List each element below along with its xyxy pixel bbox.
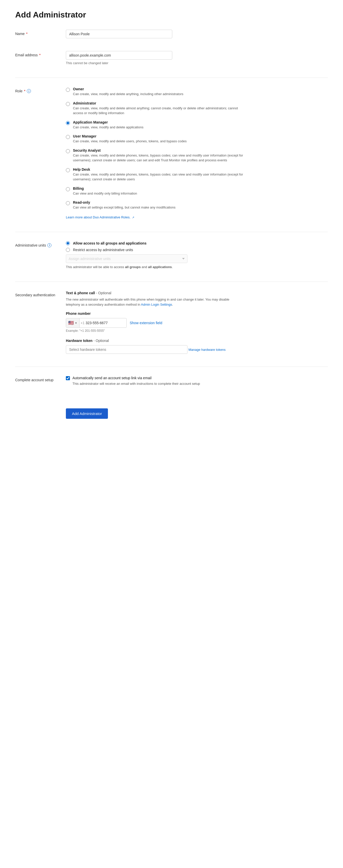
role-radio-billing[interactable] — [66, 187, 70, 191]
external-link-icon: ↗ — [132, 216, 134, 219]
admin-units-section: Administrative units i Allow access to a… — [15, 241, 328, 269]
role-label-wrap-billing: BillingCan view and modify only billing … — [73, 186, 137, 196]
hw-token-title: Hardware token - Optional — [66, 339, 243, 343]
phone-input-wrap: 🇺🇸 ▼ +1 Show extension field — [66, 318, 243, 328]
role-desc-help_desk: Can create, view, modify and delete phon… — [73, 172, 243, 182]
role-title-read_only[interactable]: Read-only — [73, 200, 90, 205]
admin-units-select-wrap: Assign administrative units — [66, 254, 243, 263]
secondary-auth-content: Text & phone call - Optional The new adm… — [66, 291, 243, 354]
role-title-user_manager[interactable]: User Manager — [73, 134, 97, 138]
secondary-auth-section: Secondary authentication Text & phone ca… — [15, 291, 328, 354]
role-title-administrator[interactable]: Administrator — [73, 101, 96, 105]
role-desc-application_manager: Can create, view, modify and delete appl… — [73, 125, 143, 130]
role-option-billing: BillingCan view and modify only billing … — [66, 186, 243, 196]
role-label-wrap-user_manager: User ManagerCan create, view, modify and… — [73, 134, 187, 144]
role-label: Role * i — [15, 87, 66, 93]
allow-all-radio[interactable] — [66, 241, 70, 245]
restrict-access-radio[interactable] — [66, 248, 70, 252]
role-info-icon[interactable]: i — [27, 89, 31, 93]
role-desc-administrator: Can create, view, modify and delete almo… — [73, 106, 243, 116]
admin-login-settings-link[interactable]: Admin Login Settings — [141, 303, 172, 306]
page-title: Add Administrator — [15, 10, 328, 20]
role-section: Role * i OwnerCan create, view, modify a… — [15, 87, 328, 219]
complete-setup-label: Complete account setup — [15, 376, 66, 382]
role-desc-billing: Can view and modify only billing informa… — [73, 191, 137, 196]
role-label-wrap-administrator: AdministratorCan create, view, modify an… — [73, 101, 243, 116]
phone-country-code: +1 — [79, 319, 85, 327]
role-radio-read_only[interactable] — [66, 201, 70, 205]
name-label: Name* — [15, 30, 66, 36]
phone-number-input[interactable] — [85, 319, 127, 327]
name-input[interactable] — [66, 30, 172, 38]
complete-setup-content: Automatically send an account setup link… — [66, 376, 243, 385]
role-desc-security_analyst: Can create, view, modify and delete phon… — [73, 153, 243, 163]
role-radio-group: OwnerCan create, view, modify and delete… — [66, 87, 243, 210]
admin-units-select[interactable]: Assign administrative units — [66, 254, 187, 263]
role-label-wrap-owner: OwnerCan create, view, modify and delete… — [73, 87, 183, 97]
complete-setup-note: This administrator will receive an email… — [72, 382, 243, 385]
allow-all-option: Allow access to all groups and applicati… — [66, 241, 243, 245]
name-field-wrap — [66, 30, 243, 38]
admin-units-content: Allow access to all groups and applicati… — [66, 241, 243, 269]
role-option-application_manager: Application ManagerCan create, view, mod… — [66, 120, 243, 130]
learn-more-roles-link[interactable]: Learn more about Duo Administrative Role… — [66, 215, 134, 219]
phone-section-title: Phone number — [66, 311, 243, 315]
restrict-access-label[interactable]: Restrict access by administrative units — [73, 248, 133, 252]
role-radio-administrator[interactable] — [66, 102, 70, 106]
role-label-wrap-application_manager: Application ManagerCan create, view, mod… — [73, 120, 143, 130]
email-hint: This cannot be changed later — [66, 61, 243, 65]
role-radio-security_analyst[interactable] — [66, 149, 70, 153]
show-extension-link[interactable]: Show extension field — [130, 321, 162, 325]
role-title-billing[interactable]: Billing — [73, 186, 84, 190]
country-chevron-icon: ▼ — [75, 322, 77, 324]
submit-section: Add Administrator — [66, 398, 328, 419]
auto-send-checkbox[interactable] — [66, 376, 70, 380]
role-radio-application_manager[interactable] — [66, 121, 70, 125]
role-option-owner: OwnerCan create, view, modify and delete… — [66, 87, 243, 97]
role-option-security_analyst: Security AnalystCan create, view, modify… — [66, 148, 243, 163]
phone-field: 🇺🇸 ▼ +1 — [66, 318, 127, 328]
flag-emoji: 🇺🇸 — [68, 320, 74, 326]
sec-auth-title: Text & phone call - Optional — [66, 291, 243, 295]
email-section: Email address* This cannot be changed la… — [15, 51, 328, 65]
admin-units-radio-group: Allow access to all groups and applicati… — [66, 241, 243, 252]
hardware-token-section: Hardware token - Optional Manage hardwar… — [66, 339, 243, 354]
role-label-wrap-read_only: Read-onlyCan view all settings except bi… — [73, 200, 176, 210]
manage-hardware-tokens-link[interactable]: Manage hardware tokens — [188, 348, 226, 351]
email-label: Email address* — [15, 51, 66, 57]
name-section: Name* — [15, 30, 328, 38]
allow-all-label[interactable]: Allow access to all groups and applicati… — [73, 241, 146, 245]
role-options: OwnerCan create, view, modify and delete… — [66, 87, 243, 219]
role-label-wrap-help_desk: Help DeskCan create, view, modify and de… — [73, 167, 243, 182]
role-desc-owner: Can create, view, modify and delete anyt… — [73, 92, 183, 97]
add-administrator-button[interactable]: Add Administrator — [66, 408, 108, 419]
admin-units-info-icon[interactable]: i — [47, 243, 52, 247]
hardware-token-input[interactable] — [66, 345, 187, 354]
role-title-owner[interactable]: Owner — [73, 87, 84, 91]
admin-units-label: Administrative units i — [15, 241, 66, 247]
role-radio-owner[interactable] — [66, 88, 70, 92]
role-radio-help_desk[interactable] — [66, 168, 70, 172]
admin-units-note: This administrator will be able to acces… — [66, 265, 243, 269]
role-option-read_only: Read-onlyCan view all settings except bi… — [66, 200, 243, 210]
role-desc-read_only: Can view all settings except billing, bu… — [73, 205, 176, 210]
complete-account-setup-section: Complete account setup Automatically sen… — [15, 376, 328, 385]
role-title-help_desk[interactable]: Help Desk — [73, 167, 90, 172]
role-option-user_manager: User ManagerCan create, view, modify and… — [66, 134, 243, 144]
sec-auth-description: The new administrator will authenticate … — [66, 297, 243, 308]
auto-send-label[interactable]: Automatically send an account setup link… — [72, 376, 151, 380]
restrict-access-option: Restrict access by administrative units — [66, 248, 243, 252]
secondary-auth-label: Secondary authentication — [15, 291, 66, 297]
auto-send-email-row: Automatically send an account setup link… — [66, 376, 243, 380]
role-title-application_manager[interactable]: Application Manager — [73, 120, 108, 124]
role-desc-user_manager: Can create, view, modify and delete user… — [73, 139, 187, 144]
role-label-wrap-security_analyst: Security AnalystCan create, view, modify… — [73, 148, 243, 163]
email-field-wrap: This cannot be changed later — [66, 51, 243, 65]
country-selector-button[interactable]: 🇺🇸 ▼ — [66, 318, 79, 328]
role-radio-user_manager[interactable] — [66, 135, 70, 139]
role-title-security_analyst[interactable]: Security Analyst — [73, 148, 101, 152]
phone-example: Example: "+1 201-555-5555" — [66, 329, 243, 333]
email-input[interactable] — [66, 51, 172, 60]
role-option-help_desk: Help DeskCan create, view, modify and de… — [66, 167, 243, 182]
role-option-administrator: AdministratorCan create, view, modify an… — [66, 101, 243, 116]
